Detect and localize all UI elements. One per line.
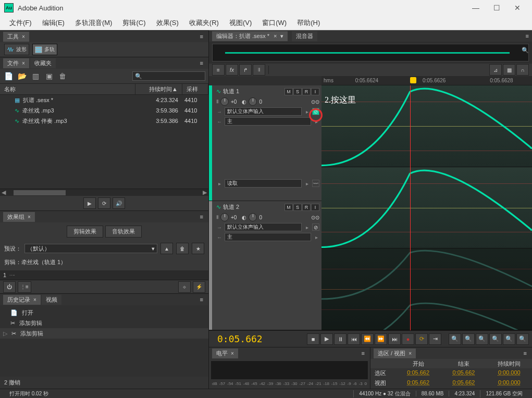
power-button[interactable]: ⏻ [3, 281, 16, 293]
stop-button[interactable]: ■ [307, 333, 319, 345]
zoom-sel-icon[interactable]: 🔍 [489, 333, 502, 345]
automation-icon[interactable]: 〰 [312, 180, 319, 187]
close-icon[interactable]: × [409, 351, 412, 356]
favorites-tab[interactable]: 收藏夹 [30, 58, 56, 68]
input-select[interactable]: 默认立体声输入 [225, 107, 302, 116]
effects-tab[interactable]: 效果组× [3, 212, 35, 222]
forward-button[interactable]: ⏩ [375, 333, 387, 345]
file-row[interactable]: ∿牵丝戏 伴奏 .mp3 3:59.386 4410 [0, 116, 208, 126]
apply-icon[interactable]: ⚡ [193, 281, 205, 293]
solo-button[interactable]: S [293, 88, 302, 95]
preset-select[interactable]: （默认）▾ [24, 244, 157, 253]
panel-menu-icon[interactable]: ≡ [360, 350, 367, 356]
panel-menu-icon[interactable]: ≡ [198, 214, 205, 220]
files-tab[interactable]: 文件× [3, 58, 29, 68]
waveform-mode-button[interactable]: 波形 [4, 44, 29, 55]
input-select[interactable]: 默认立体声输入 [225, 223, 302, 231]
panel-menu-icon[interactable]: ≡ [198, 296, 205, 303]
close-icon[interactable]: × [274, 33, 277, 39]
fx-chain-icon[interactable]: ⋮≡ [18, 281, 31, 293]
play-button[interactable]: ▶ [83, 197, 96, 209]
multitrack-mode-button[interactable]: 多轨 [32, 44, 57, 55]
history-item[interactable]: ✂添加剪辑 [0, 318, 208, 328]
menu-file[interactable]: 文件(F) [4, 16, 37, 30]
panel-menu-icon[interactable]: ≡ [522, 350, 529, 356]
metronome-icon[interactable]: ∩ [516, 64, 529, 76]
grid-icon[interactable]: ▦ [503, 64, 515, 76]
selview-tab[interactable]: 选区 / 视图× [374, 349, 416, 358]
menu-favorites[interactable]: 收藏夹(R) [184, 16, 224, 30]
track-name[interactable]: 轨道 1 [223, 88, 239, 95]
search-input[interactable] [132, 71, 205, 81]
menu-clip[interactable]: 剪辑(C) [117, 16, 151, 30]
delete-preset-icon[interactable]: 🗑 [176, 243, 189, 254]
pan-knob[interactable] [249, 97, 257, 106]
output-select[interactable]: 主 [225, 117, 311, 126]
history-tab[interactable]: 历史记录× [3, 295, 41, 305]
eq-icon[interactable]: ⫴ [253, 64, 265, 76]
menu-help[interactable]: 帮助(H) [292, 16, 325, 30]
close-icon[interactable]: × [231, 351, 234, 356]
sel-end[interactable]: 0:05.662 [441, 369, 486, 377]
waveform-clip[interactable] [321, 85, 532, 167]
arm-button[interactable]: R [302, 88, 311, 95]
close-icon[interactable]: × [28, 214, 31, 220]
col-duration[interactable]: 持续时间 ▲ [135, 84, 182, 94]
rewind-button[interactable]: ⏪ [361, 333, 374, 345]
play-button[interactable]: ▶ [320, 333, 333, 345]
menu-multitrack[interactable]: 多轨混音(M) [70, 16, 118, 30]
view-dur[interactable]: 0:00.000 [487, 379, 532, 387]
maximize-button[interactable]: ☐ [486, 0, 507, 16]
save-icon[interactable]: ▥ [30, 71, 41, 81]
fx-icon[interactable]: ≡ [212, 64, 225, 76]
timecode-display[interactable]: 0:05.662 [212, 333, 268, 344]
menu-view[interactable]: 视图(V) [224, 16, 257, 30]
close-icon[interactable]: × [22, 60, 25, 66]
zoom-out-v-icon[interactable]: 🔍 [516, 333, 529, 345]
mute-button[interactable]: M [284, 204, 293, 211]
panel-menu-icon[interactable]: ≡ [198, 60, 205, 66]
track-name[interactable]: 轨道 2 [223, 203, 239, 211]
col-samplerate[interactable]: 采样 [182, 84, 208, 94]
editor-tab[interactable]: 编辑器：扒谱 .sesx *×▾ [212, 31, 288, 41]
loop-button[interactable]: ⟳ [415, 333, 428, 345]
levels-tab[interactable]: 电平× [212, 349, 238, 358]
menu-effects[interactable]: 效果(S) [151, 16, 184, 30]
snap-icon[interactable]: ⊿ [489, 64, 502, 76]
file-row[interactable]: ∿牵丝戏 .mp3 3:59.386 4410 [0, 105, 208, 116]
mute-button[interactable]: M [284, 88, 293, 95]
send-icon[interactable]: ↱ [239, 64, 252, 76]
mix-icon[interactable]: ⟐ [178, 281, 191, 293]
minimize-button[interactable]: — [465, 0, 486, 16]
history-item[interactable]: 📄打开 [0, 307, 208, 318]
playhead-marker[interactable] [410, 77, 416, 83]
record-button[interactable]: ● [402, 333, 414, 345]
zoom-full-icon[interactable]: 🔍 [476, 333, 488, 345]
panel-menu-icon[interactable]: ≡ [198, 33, 205, 40]
arm-button[interactable]: R [302, 204, 311, 211]
scrollbar[interactable]: ◀▶ [0, 189, 208, 196]
volume-knob[interactable] [220, 97, 229, 106]
close-button[interactable]: ✕ [507, 0, 528, 16]
video-tab[interactable]: 视频 [42, 295, 61, 305]
track-fx-tab[interactable]: 音轨效果 [105, 226, 142, 238]
trash-icon[interactable]: 🗑 [57, 71, 68, 81]
view-start[interactable]: 0:05.662 [395, 379, 441, 387]
menu-window[interactable]: 窗口(W) [257, 16, 292, 30]
magnify-icon[interactable]: 🔍 [522, 47, 529, 54]
solo-button[interactable]: S [293, 204, 302, 211]
open-file-icon[interactable]: 📂 [17, 71, 27, 81]
zoom-in-icon[interactable]: 🔍 [449, 333, 461, 345]
mixer-tab[interactable]: 混音器 [292, 31, 317, 41]
waveform-clip[interactable] [321, 248, 532, 330]
sel-start[interactable]: 0:05.662 [395, 369, 441, 377]
autoplay-button[interactable]: 🔊 [113, 197, 125, 209]
file-row[interactable]: ▦扒谱 .sesx * 4:23.324 4410 [0, 95, 208, 105]
automation-select[interactable]: 读取 [225, 179, 302, 188]
volume-knob[interactable] [220, 213, 229, 221]
overview-strip[interactable] [212, 44, 529, 61]
close-icon[interactable]: × [22, 34, 25, 40]
pan-knob[interactable] [249, 213, 257, 221]
output-select[interactable]: 主 [225, 233, 311, 241]
input-monitor-button[interactable]: ⊘ [312, 108, 319, 115]
